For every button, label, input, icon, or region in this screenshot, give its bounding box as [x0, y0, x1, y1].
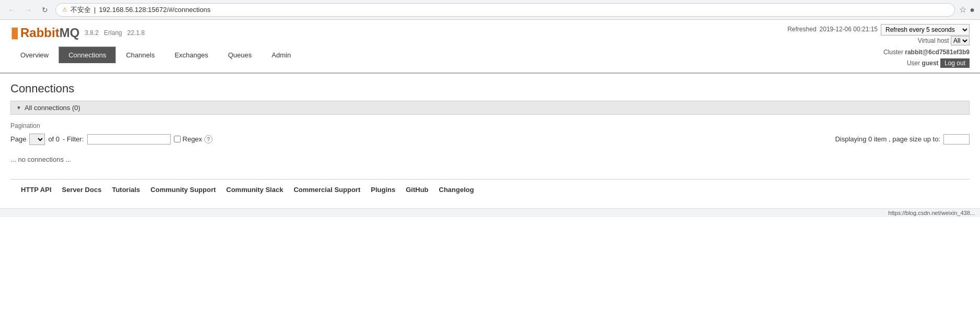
version-label: 3.8.2: [85, 29, 99, 37]
footer-link-changelog[interactable]: Changelog: [439, 186, 474, 194]
all-connections-header[interactable]: ▼ All connections (0): [10, 101, 970, 115]
erlang-label: Erlang: [104, 29, 122, 37]
browser-chrome: ← → ↻ ⚠ 不安全 | 192.168.56.128:15672/#/con…: [0, 0, 980, 20]
nav-tabs: Overview Connections Channels Exchanges …: [10, 46, 301, 63]
footer-link-community-slack[interactable]: Community Slack: [226, 186, 283, 194]
tab-channels[interactable]: Channels: [116, 46, 164, 63]
filter-input[interactable]: [87, 134, 171, 145]
bookmark-icon[interactable]: ☆: [959, 5, 966, 15]
virtual-host-label: Virtual host: [918, 37, 949, 44]
logo-icon: ▮: [10, 24, 18, 41]
footer-link-http-api[interactable]: HTTP API: [21, 186, 52, 194]
filter-label: - Filter:: [63, 135, 84, 143]
address-bar[interactable]: ⚠ 不安全 | 192.168.56.128:15672/#/connectio…: [55, 3, 955, 17]
logo-text: RabbitMQ: [20, 26, 79, 40]
pagination-label: Pagination: [10, 122, 970, 129]
refresh-row: Refreshed 2019-12-06 00:21:15 No refresh…: [787, 24, 970, 35]
app-header: ▮ RabbitMQ 3.8.2 Erlang 22.1.8 Overview …: [0, 20, 980, 74]
all-connections-label: All connections (0): [25, 104, 80, 112]
user-row: User guest Log out: [787, 58, 970, 69]
footer-link-tutorials[interactable]: Tutorials: [112, 186, 140, 194]
footer-link-commercial-support[interactable]: Commercial Support: [293, 186, 360, 194]
virtual-host-row: Virtual host All: [787, 35, 970, 47]
status-bar: https://blog.csdn.net/weixin_438...: [0, 208, 980, 217]
pagination-area: Pagination Page of 0 - Filter: Regex ? D…: [10, 122, 970, 145]
cluster-value: rabbit@6cd7581ef3b9: [905, 49, 970, 56]
page-label: Page: [10, 135, 26, 143]
collapse-arrow: ▼: [16, 105, 21, 111]
tab-admin[interactable]: Admin: [262, 46, 301, 63]
reload-button[interactable]: ↻: [39, 4, 51, 16]
main-content: Connections ▼ All connections (0) Pagina…: [0, 74, 980, 208]
page-size-input[interactable]: 100: [943, 134, 970, 145]
displaying-label: Displaying 0 item , page size up to:: [835, 135, 940, 143]
cluster-label: Cluster: [883, 49, 903, 56]
logo: ▮ RabbitMQ: [10, 24, 79, 41]
tab-connections[interactable]: Connections: [58, 46, 116, 63]
pagination-controls: Page of 0 - Filter: Regex ? Displaying 0…: [10, 134, 970, 145]
page-title: Connections: [10, 82, 970, 95]
logout-button[interactable]: Log out: [940, 58, 970, 68]
footer-link-plugins[interactable]: Plugins: [371, 186, 395, 194]
user-label: User: [907, 59, 920, 67]
erlang-version: 22.1.8: [127, 29, 145, 37]
footer-link-github[interactable]: GitHub: [406, 186, 428, 194]
pagination-right: Displaying 0 item , page size up to: 100: [835, 134, 970, 145]
refresh-select[interactable]: No refresh Refresh every 5 seconds Refre…: [881, 24, 970, 35]
cluster-row: Cluster rabbit@6cd7581ef3b9: [787, 47, 970, 58]
virtual-host-select[interactable]: All: [951, 36, 970, 45]
no-connections: ... no connections ...: [10, 156, 970, 163]
regex-label: Regex ?: [174, 135, 213, 143]
regex-help[interactable]: ?: [204, 135, 212, 143]
header-right: Refreshed 2019-12-06 00:21:15 No refresh…: [787, 24, 970, 73]
status-url: https://blog.csdn.net/weixin_438...: [888, 210, 975, 216]
tab-queues[interactable]: Queues: [218, 46, 262, 63]
footer-link-community-support[interactable]: Community Support: [150, 186, 216, 194]
page-select[interactable]: [29, 134, 45, 145]
of-label: of 0: [48, 135, 60, 143]
tab-exchanges[interactable]: Exchanges: [164, 46, 218, 63]
security-label: 不安全: [70, 5, 91, 15]
refreshed-time: 2019-12-06 00:21:15: [820, 24, 878, 35]
security-icon: ⚠: [62, 6, 67, 13]
back-button[interactable]: ←: [5, 4, 18, 16]
logo-row: ▮ RabbitMQ 3.8.2 Erlang 22.1.8: [10, 24, 301, 44]
pagination-left: Page of 0 - Filter: Regex ?: [10, 134, 212, 145]
footer: HTTP API Server Docs Tutorials Community…: [10, 179, 970, 200]
address-separator: |: [94, 6, 96, 14]
browser-right-icons: ☆ ●: [959, 5, 975, 15]
refreshed-label: Refreshed: [787, 24, 816, 35]
address-text: 192.168.56.128:15672/#/connections: [99, 6, 948, 14]
user-value: guest: [922, 59, 939, 67]
regex-checkbox[interactable]: [174, 136, 181, 142]
footer-link-server-docs[interactable]: Server Docs: [62, 186, 102, 194]
profile-icon[interactable]: ●: [970, 5, 975, 15]
forward-button[interactable]: →: [22, 4, 34, 16]
tab-overview[interactable]: Overview: [10, 46, 58, 63]
regex-text: Regex: [183, 135, 203, 143]
header-left: ▮ RabbitMQ 3.8.2 Erlang 22.1.8 Overview …: [10, 24, 301, 63]
